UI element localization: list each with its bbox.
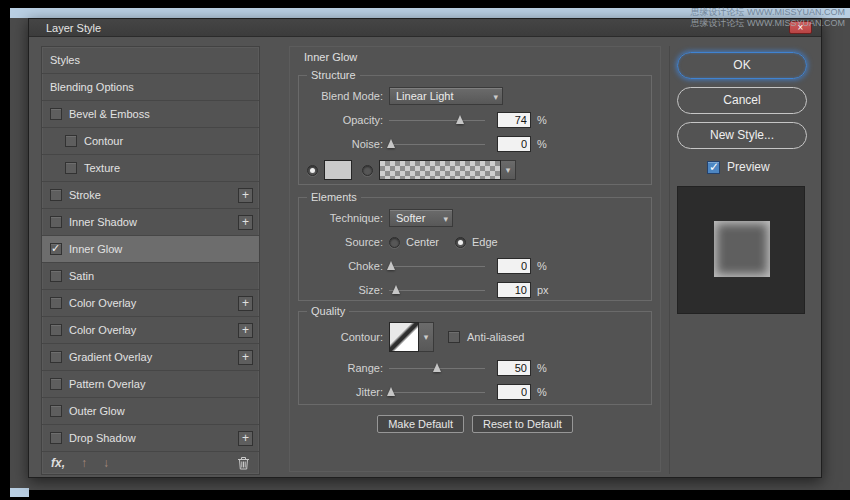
style-item-label: Color Overlay <box>69 297 136 309</box>
cancel-button[interactable]: Cancel <box>677 87 807 114</box>
style-list-item[interactable]: Contour <box>42 128 259 155</box>
slider-track <box>389 392 485 393</box>
inner-glow-panel: Inner Glow Structure Blend Mode: Linear … <box>289 46 661 472</box>
gradient-preview[interactable] <box>379 160 501 180</box>
effects-toolbar: fx, ↑ ↓ <box>42 452 259 474</box>
style-enable-checkbox[interactable] <box>50 324 62 336</box>
opacity-slider[interactable] <box>389 112 485 128</box>
noise-slider[interactable] <box>389 136 485 152</box>
style-enable-checkbox[interactable] <box>50 243 62 255</box>
contour-picker[interactable] <box>389 322 419 352</box>
style-list-item[interactable]: Drop Shadow+ <box>42 425 259 452</box>
style-list-item[interactable]: Inner Shadow+ <box>42 209 259 236</box>
jitter-input[interactable] <box>497 384 531 400</box>
choke-row: Choke: % <box>307 256 643 276</box>
size-slider[interactable] <box>389 282 485 298</box>
range-slider[interactable] <box>389 360 485 376</box>
style-list-item[interactable]: Color Overlay+ <box>42 290 259 317</box>
style-item-label: Inner Glow <box>69 243 122 255</box>
source-center-label: Center <box>406 236 439 248</box>
slider-thumb[interactable] <box>387 261 395 270</box>
choke-unit: % <box>537 260 547 272</box>
style-enable-checkbox[interactable] <box>50 432 62 444</box>
ok-button[interactable]: OK <box>677 52 807 79</box>
blend-mode-label: Blend Mode: <box>307 90 383 102</box>
add-effect-button[interactable]: + <box>238 296 253 311</box>
slider-thumb[interactable] <box>433 363 441 372</box>
style-item-label: Color Overlay <box>69 324 136 336</box>
glow-color-swatch[interactable] <box>324 160 352 180</box>
make-default-button[interactable]: Make Default <box>377 415 464 433</box>
add-effect-button[interactable]: + <box>238 431 253 446</box>
add-effect-button[interactable]: + <box>238 350 253 365</box>
style-enable-checkbox[interactable] <box>50 405 62 417</box>
style-enable-checkbox[interactable] <box>50 216 62 228</box>
style-enable-checkbox[interactable] <box>65 135 77 147</box>
chevron-down-icon <box>437 212 448 224</box>
slider-thumb[interactable] <box>387 387 395 396</box>
reset-default-button[interactable]: Reset to Default <box>472 415 573 433</box>
range-row: Range: % <box>307 358 643 378</box>
jitter-row: Jitter: % <box>307 382 643 402</box>
size-input[interactable] <box>497 282 531 298</box>
preview-checkbox[interactable] <box>707 161 720 174</box>
style-list-item[interactable]: Color Overlay+ <box>42 317 259 344</box>
style-list-item[interactable]: Blending Options <box>42 74 259 101</box>
choke-input[interactable] <box>497 258 531 274</box>
style-enable-checkbox[interactable] <box>50 270 62 282</box>
noise-input[interactable] <box>497 136 531 152</box>
source-edge-radio[interactable] <box>455 237 466 248</box>
style-enable-checkbox[interactable] <box>50 189 62 201</box>
add-effect-button[interactable]: + <box>238 188 253 203</box>
opacity-label: Opacity: <box>307 114 383 126</box>
new-style-button[interactable]: New Style... <box>677 122 807 149</box>
slider-thumb[interactable] <box>387 139 395 148</box>
style-enable-checkbox[interactable] <box>50 351 62 363</box>
style-enable-checkbox[interactable] <box>50 297 62 309</box>
slider-thumb[interactable] <box>392 285 400 294</box>
source-label: Source: <box>307 236 383 248</box>
antialiased-checkbox[interactable] <box>448 331 460 343</box>
action-column: OK Cancel New Style... Preview <box>677 46 809 314</box>
style-item-label: Styles <box>50 54 80 66</box>
move-down-icon[interactable]: ↓ <box>103 456 109 470</box>
source-center-radio[interactable] <box>389 237 400 248</box>
preview-label: Preview <box>727 160 770 174</box>
chevron-down-icon[interactable] <box>501 160 516 180</box>
style-item-label: Bevel & Emboss <box>69 108 150 120</box>
delete-effect-button[interactable] <box>237 456 250 470</box>
range-input[interactable] <box>497 360 531 376</box>
chevron-down-icon[interactable] <box>419 322 434 352</box>
style-list-item[interactable]: Inner Glow <box>42 236 259 263</box>
opacity-input[interactable] <box>497 112 531 128</box>
style-list-item[interactable]: Bevel & Emboss <box>42 101 259 128</box>
slider-thumb[interactable] <box>456 115 464 124</box>
style-item-label: Stroke <box>69 189 101 201</box>
style-list-item[interactable]: Styles <box>42 47 259 74</box>
jitter-slider[interactable] <box>389 384 485 400</box>
style-list-item[interactable]: Outer Glow <box>42 398 259 425</box>
elements-group: Elements Technique: Softer Source: Cente… <box>298 197 652 301</box>
background-corner <box>10 488 29 497</box>
blend-mode-select[interactable]: Linear Light <box>389 87 503 105</box>
quality-group: Quality Contour: Anti-aliased Range: % <box>298 311 652 405</box>
add-effect-button[interactable]: + <box>238 215 253 230</box>
style-enable-checkbox[interactable] <box>50 378 62 390</box>
choke-slider[interactable] <box>389 258 485 274</box>
style-enable-checkbox[interactable] <box>65 162 77 174</box>
style-list-item[interactable]: Stroke+ <box>42 182 259 209</box>
move-up-icon[interactable]: ↑ <box>81 456 87 470</box>
style-list-item[interactable]: Pattern Overlay <box>42 371 259 398</box>
technique-select[interactable]: Softer <box>389 209 453 227</box>
blend-mode-row: Blend Mode: Linear Light <box>307 86 643 106</box>
style-list-item[interactable]: Gradient Overlay+ <box>42 344 259 371</box>
blend-mode-value: Linear Light <box>396 90 454 102</box>
add-effect-button[interactable]: + <box>238 323 253 338</box>
gradient-radio[interactable] <box>362 165 373 176</box>
panel-divider <box>669 46 670 474</box>
structure-group: Structure Blend Mode: Linear Light Opaci… <box>298 75 652 185</box>
style-list-item[interactable]: Texture <box>42 155 259 182</box>
style-list-item[interactable]: Satin <box>42 263 259 290</box>
style-enable-checkbox[interactable] <box>50 108 62 120</box>
color-radio[interactable] <box>307 165 318 176</box>
